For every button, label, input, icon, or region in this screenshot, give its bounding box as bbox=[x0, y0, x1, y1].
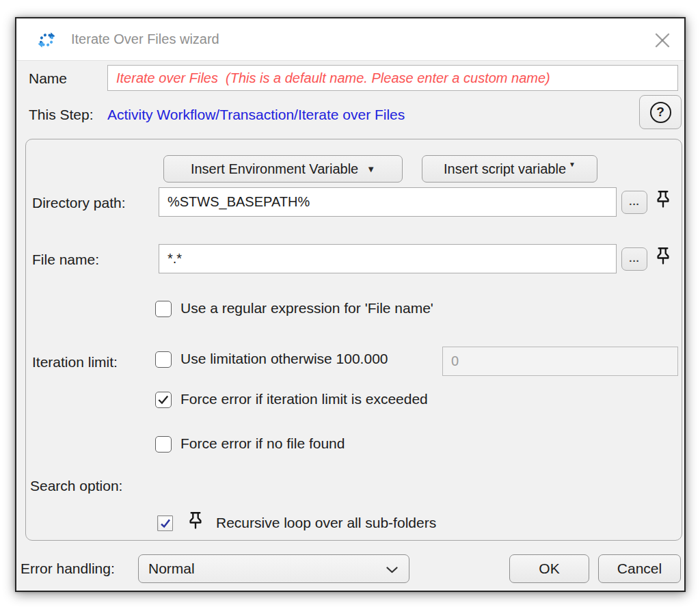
recursive-checkbox-label[interactable]: Recursive loop over all sub-folders bbox=[216, 515, 436, 531]
iterate-over-files-wizard-dialog: Iterate Over Files wizard Name This Step… bbox=[15, 17, 686, 592]
chevron-down-icon: ▼ bbox=[366, 164, 375, 174]
file-name-browse-button[interactable]: ... bbox=[621, 247, 647, 271]
name-input[interactable] bbox=[107, 65, 678, 91]
this-step-label: This Step: bbox=[29, 107, 94, 123]
this-step-path[interactable]: Activity Workflow/Transaction/Iterate ov… bbox=[107, 107, 405, 123]
ok-button-label: OK bbox=[539, 561, 559, 577]
insert-script-variable-button[interactable]: Insert script variable ▼ bbox=[422, 155, 597, 183]
use-limitation-checkbox-label[interactable]: Use limitation otherwise 100.000 bbox=[180, 351, 388, 367]
chevron-down-icon bbox=[386, 567, 398, 574]
directory-path-label: Directory path: bbox=[32, 195, 126, 211]
error-handling-value: Normal bbox=[148, 561, 195, 577]
check-icon bbox=[157, 393, 170, 407]
name-label: Name bbox=[29, 70, 67, 87]
directory-path-input[interactable] bbox=[159, 187, 617, 217]
directory-path-browse-button[interactable]: ... bbox=[621, 191, 647, 214]
insert-environment-variable-button[interactable]: Insert Environment Variable ▼ bbox=[163, 155, 403, 183]
chevron-down-icon: ▼ bbox=[569, 161, 576, 168]
iteration-limit-input: 0 bbox=[442, 347, 678, 376]
error-handling-select[interactable]: Normal bbox=[138, 554, 409, 583]
error-handling-label: Error handling: bbox=[21, 561, 115, 577]
close-button[interactable] bbox=[649, 27, 676, 54]
use-limitation-checkbox[interactable] bbox=[155, 351, 172, 368]
ok-button[interactable]: OK bbox=[509, 554, 589, 583]
regex-checkbox[interactable] bbox=[155, 301, 172, 317]
force-error-limit-label[interactable]: Force error if iteration limit is exceed… bbox=[180, 391, 428, 407]
cancel-button[interactable]: Cancel bbox=[598, 554, 681, 583]
check-icon bbox=[159, 517, 172, 530]
help-button[interactable]: ? bbox=[639, 95, 682, 129]
iteration-limit-label: Iteration limit: bbox=[32, 354, 118, 370]
regex-checkbox-label[interactable]: Use a regular expression for 'File name' bbox=[180, 300, 433, 316]
search-option-label: Search option: bbox=[30, 478, 122, 494]
force-error-nofile-checkbox[interactable] bbox=[155, 436, 172, 453]
ellipsis-icon: ... bbox=[629, 252, 640, 264]
recursive-checkbox[interactable] bbox=[157, 515, 173, 531]
ellipsis-icon: ... bbox=[629, 195, 640, 207]
pin-icon[interactable] bbox=[653, 189, 673, 213]
pin-icon[interactable] bbox=[653, 245, 673, 270]
force-error-nofile-label[interactable]: Force error if no file found bbox=[180, 435, 345, 452]
force-error-limit-checkbox[interactable] bbox=[155, 392, 172, 408]
file-name-label: File name: bbox=[32, 252, 99, 268]
file-name-input[interactable] bbox=[159, 244, 617, 273]
pin-icon[interactable] bbox=[185, 510, 206, 535]
help-icon: ? bbox=[650, 102, 671, 123]
insert-script-variable-label: Insert script variable bbox=[444, 161, 566, 177]
cancel-button-label: Cancel bbox=[617, 561, 662, 577]
insert-environment-variable-label: Insert Environment Variable bbox=[191, 161, 358, 177]
close-icon bbox=[654, 31, 671, 49]
sync-loop-icon bbox=[34, 27, 59, 52]
iteration-limit-value: 0 bbox=[451, 353, 459, 369]
titlebar: Iterate Over Files wizard bbox=[16, 18, 684, 61]
window-title: Iterate Over Files wizard bbox=[71, 31, 219, 47]
